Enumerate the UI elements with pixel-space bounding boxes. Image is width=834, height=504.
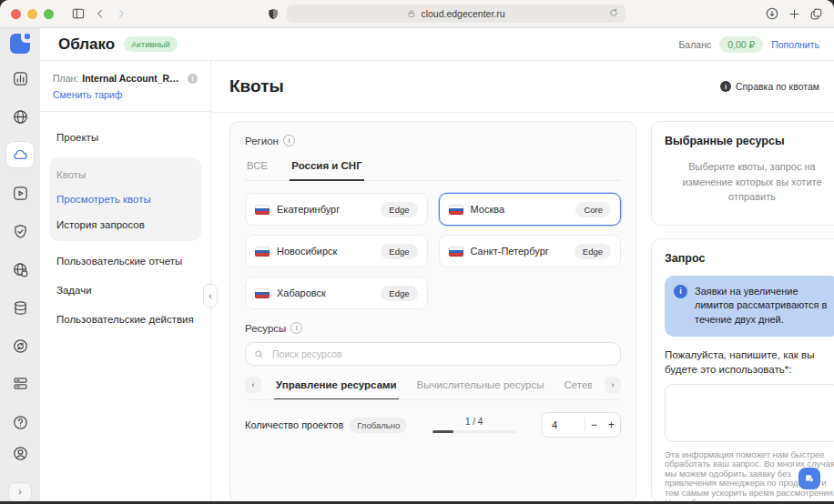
tab-resource-management[interactable]: Управление ресурсами <box>274 376 399 399</box>
sidebar-toggle-icon[interactable] <box>71 6 86 21</box>
region-tile-novosibirsk[interactable]: Новосибирск Edge <box>245 235 428 267</box>
selected-resources-empty-text: Выберите квоты, запрос на изменение кото… <box>665 159 834 212</box>
region-tab-all[interactable]: ВСЕ <box>245 156 270 180</box>
browser-window: cloud.edgecenter.ru <box>0 0 834 501</box>
servers-icon[interactable] <box>6 371 34 397</box>
info-alert: i Заявки на увеличение лимитов рассматри… <box>665 276 834 338</box>
region-type-badge: Edge <box>381 202 417 217</box>
resource-search[interactable] <box>245 342 621 366</box>
russia-flag-icon <box>449 205 463 215</box>
new-tab-icon[interactable] <box>788 7 801 21</box>
nav-item-user-reports[interactable]: Пользовательские отчеты <box>49 247 201 276</box>
nav-item-user-actions[interactable]: Пользовательские действия <box>49 305 201 334</box>
region-tabs: ВСЕ Россия и СНГ <box>245 156 621 181</box>
zoom-window-button[interactable] <box>44 9 54 19</box>
alert-text: Заявки на увеличение лимитов рассматрива… <box>695 285 830 328</box>
dns-globe-icon[interactable] <box>6 104 34 129</box>
quotas-help-link[interactable]: i Справка по квотам <box>720 81 819 92</box>
russia-flag-icon <box>449 247 463 257</box>
back-icon[interactable] <box>94 7 107 20</box>
help-icon[interactable] <box>6 409 34 437</box>
tab-overview-icon[interactable] <box>809 7 823 21</box>
request-title: Запрос <box>665 252 834 265</box>
lock-icon <box>407 9 416 18</box>
balance-value: 0,00 ₽ <box>719 36 763 53</box>
stepper-decrease-button[interactable]: − <box>585 413 603 437</box>
database-icon[interactable] <box>6 295 34 320</box>
address-bar[interactable]: cloud.edgecenter.ru <box>287 5 626 23</box>
edgecenter-logo[interactable] <box>10 34 30 53</box>
region-type-badge: Edge <box>381 244 417 259</box>
account-icon[interactable] <box>6 440 34 468</box>
chat-bubbles-icon <box>804 472 815 485</box>
side-nav: Проекты Квоты Просмотреть квоты История … <box>40 112 210 345</box>
sync-icon[interactable] <box>6 333 34 358</box>
resources-info-icon[interactable]: i <box>290 322 302 334</box>
region-tile-petersburg[interactable]: Санкт-Петербург Edge <box>439 235 622 267</box>
plan-label: План: <box>53 73 78 84</box>
streaming-icon[interactable] <box>6 180 34 206</box>
search-input[interactable] <box>270 348 612 360</box>
nav-item-view-quotas[interactable]: Просмотреть квоты <box>49 186 201 212</box>
region-tile-moscow[interactable]: Москва Core <box>439 193 622 226</box>
search-icon <box>254 349 264 359</box>
close-window-button[interactable] <box>11 9 21 19</box>
request-question-label: Пожалуйста, напишите, как вы будете это … <box>665 348 834 377</box>
tab-network-services[interactable]: Сетевые сервисы <box>562 376 592 399</box>
reload-icon[interactable] <box>608 7 619 18</box>
page-title: Квоты <box>229 76 284 96</box>
info-icon: i <box>720 81 731 92</box>
status-badge: Активный <box>124 36 178 52</box>
region-tile-khabarovsk[interactable]: Хабаровск Edge <box>245 277 428 309</box>
quota-progress: 1 / 4 <box>432 417 516 433</box>
tab-compute-resources[interactable]: Вычислительные ресурсы <box>415 376 546 399</box>
minimize-window-button[interactable] <box>27 9 37 19</box>
region-info-icon[interactable]: i <box>283 135 295 146</box>
icon-rail: › <box>0 28 40 501</box>
plan-value: Internal Account_RUB_Cl... <box>82 73 184 84</box>
content: Квоты i Справка по квотам Регион i <box>211 61 834 501</box>
quotas-card: Регион i ВСЕ Россия и СНГ Екатеринбург <box>229 121 636 501</box>
cloud-icon[interactable] <box>6 142 34 167</box>
stepper-increase-button[interactable]: + <box>603 413 620 437</box>
app-title: Облако <box>58 35 115 54</box>
security-shield-icon[interactable] <box>6 218 34 244</box>
expand-rail-icon[interactable]: › <box>8 482 32 501</box>
quota-scope-badge: Глобально <box>350 418 407 433</box>
request-textarea[interactable] <box>665 384 834 442</box>
support-chat-button[interactable] <box>798 468 820 489</box>
plan-info-icon[interactable]: i <box>188 74 198 84</box>
usage-stats-icon[interactable] <box>6 66 34 92</box>
nav-group-title: Квоты <box>49 161 201 186</box>
progress-fill <box>432 430 453 433</box>
region-type-badge: Edge <box>381 286 417 301</box>
request-card: Запрос i Заявки на увеличение лимитов ра… <box>651 238 834 502</box>
topup-link[interactable]: Пополнить <box>771 39 819 50</box>
download-icon[interactable] <box>765 6 779 21</box>
stepper-input[interactable] <box>542 419 585 430</box>
quota-stepper: − + <box>541 412 621 438</box>
selected-resources-card: Выбранные ресурсы Выберите квоты, запрос… <box>651 121 834 226</box>
privacy-shield-icon[interactable] <box>267 7 280 21</box>
collapse-panel-button[interactable]: ‹ <box>203 284 218 307</box>
region-grid: Екатеринбург Edge Москва Core <box>245 193 621 309</box>
nav-item-request-history[interactable]: История запросов <box>49 212 201 237</box>
region-label: Регион <box>245 136 279 146</box>
plan-block: План: Internal Account_RUB_Cl... i Смени… <box>40 61 210 112</box>
region-tab-russia[interactable]: Россия и СНГ <box>290 156 363 181</box>
tabs-scroll-left-icon[interactable]: ‹ <box>245 377 261 393</box>
quota-name: Количество проектов <box>245 419 343 430</box>
region-tile-ekaterinburg[interactable]: Екатеринбург Edge <box>245 193 428 226</box>
resource-tabs: ‹ Управление ресурсами Вычислительные ре… <box>245 376 621 400</box>
browser-chrome: cloud.edgecenter.ru <box>0 0 834 28</box>
forward-icon[interactable] <box>115 7 127 20</box>
change-tariff-link[interactable]: Сменить тариф <box>53 89 198 100</box>
quota-usage: 1 / 4 <box>432 417 516 427</box>
resources-label: Ресурсы <box>245 323 286 334</box>
tabs-scroll-right-icon[interactable]: › <box>605 377 621 393</box>
cdn-globe-icon[interactable] <box>6 257 34 282</box>
nav-item-projects[interactable]: Проекты <box>49 123 201 152</box>
url-text: cloud.edgecenter.ru <box>421 8 504 19</box>
nav-item-tasks[interactable]: Задачи <box>49 276 201 305</box>
region-type-badge: Core <box>575 202 611 217</box>
